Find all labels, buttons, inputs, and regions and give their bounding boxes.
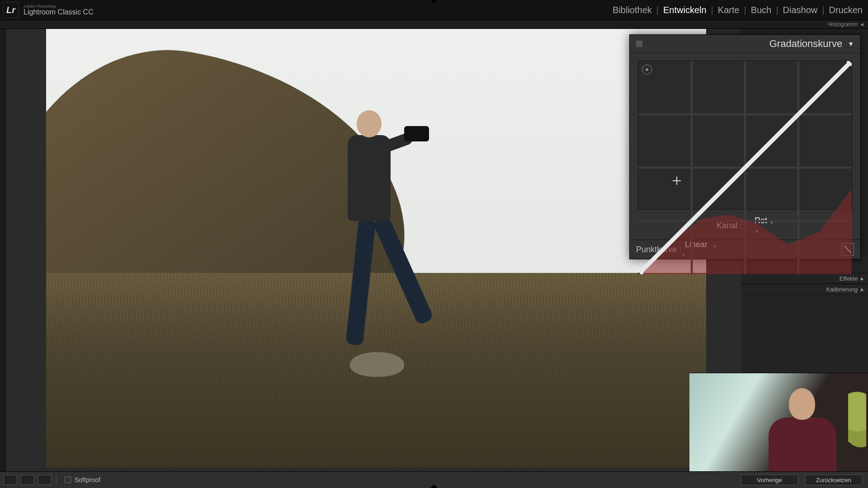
module-map[interactable]: Karte (718, 5, 740, 15)
tone-curve-panel: Gradationskurve ▼ Kanal : Rot ▲▼ (629, 34, 861, 259)
main-photo[interactable] (46, 29, 706, 467)
view-mode-before-after-lr-button[interactable] (21, 475, 34, 485)
tone-curve-header[interactable]: Gradationskurve ▼ (630, 35, 860, 53)
panel-label: Effekte (840, 275, 858, 282)
histogram-panel-header[interactable]: Histogramm ◀ (0, 20, 868, 29)
panel-label: Kalibrierung (826, 286, 858, 293)
svg-point-7 (638, 271, 642, 274)
reset-button[interactable]: Zurücksetzen (805, 474, 863, 485)
chevron-left-icon: ◀ (860, 288, 864, 291)
app-logo: Lr (3, 2, 19, 18)
chevron-down-icon: ▼ (848, 40, 854, 47)
module-slideshow[interactable]: Diashow (783, 5, 818, 15)
previous-button[interactable]: Vorherige (741, 474, 798, 485)
view-mode-before-after-tb-button[interactable] (38, 475, 52, 485)
chevron-left-icon: ◀ (860, 277, 864, 280)
panel-toggle-icon[interactable] (636, 41, 642, 47)
module-develop[interactable]: Entwickeln (663, 5, 707, 15)
curve-cursor-crosshair (673, 177, 681, 185)
softproof-label: Softproof (75, 476, 100, 483)
top-panel-handle[interactable] (430, 0, 438, 4)
webcam-overlay (689, 373, 868, 472)
histogram-label: Histogramm (828, 21, 858, 28)
app-name: Lightroom Classic CC (24, 9, 94, 16)
tone-curve-title: Gradationskurve (769, 38, 842, 50)
bottom-panel-handle[interactable] (430, 484, 438, 488)
module-book[interactable]: Buch (751, 5, 772, 15)
chevron-left-icon: ◀ (860, 22, 863, 27)
module-print[interactable]: Drucken (829, 5, 863, 15)
tone-curve-graph[interactable] (638, 61, 852, 210)
view-mode-loupe-button[interactable] (4, 475, 17, 485)
softproof-checkbox[interactable] (65, 477, 71, 483)
app-title-block: Adobe Photoshop Lightroom Classic CC (24, 5, 94, 16)
module-library[interactable]: Bibliothek (613, 5, 652, 15)
svg-point-8 (848, 61, 852, 65)
panel-header-calibration[interactable]: Kalibrierung ◀ (741, 284, 868, 295)
module-picker: Bibliothek| Entwickeln| Karte| Buch| Dia… (613, 5, 863, 15)
panel-header-effects[interactable]: Effekte ◀ (741, 273, 868, 284)
